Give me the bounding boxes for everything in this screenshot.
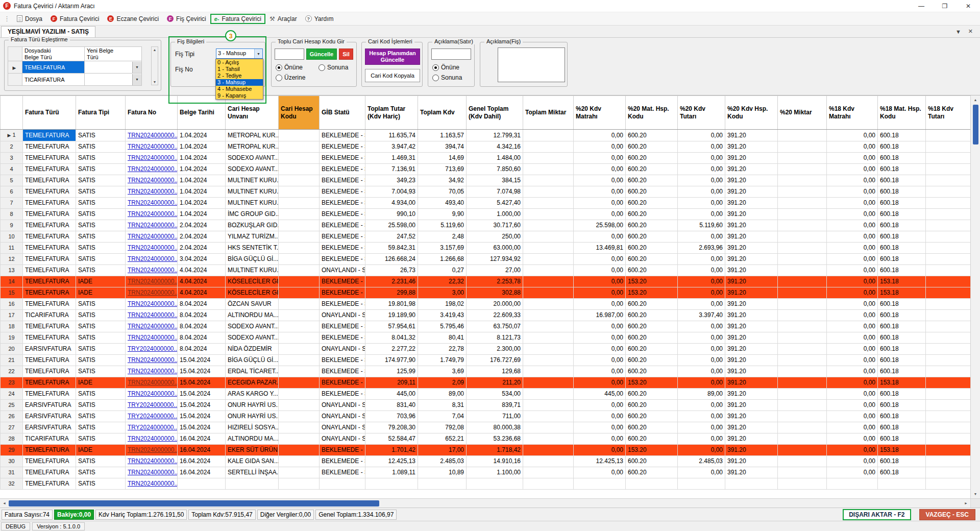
aciklama-satir-input[interactable] xyxy=(431,49,471,60)
row-selector[interactable]: 30 xyxy=(1,456,23,467)
ft-row-marker[interactable] xyxy=(8,74,22,86)
row-selector[interactable]: 27 xyxy=(1,422,23,433)
radio-uzerine[interactable]: Üzerine xyxy=(276,74,305,81)
menu-item-0[interactable]: Dosya xyxy=(13,14,46,24)
invoice-no-link[interactable]: TRN2024000000... xyxy=(128,300,178,307)
row-selector[interactable]: ▶1 xyxy=(1,130,23,141)
fis-tipi-combo[interactable]: 3 - Mahsup ▼ xyxy=(216,49,263,59)
row-selector[interactable]: 21 xyxy=(1,355,23,366)
cell-fatura-no[interactable]: TRN2024000000... xyxy=(126,355,178,366)
col-header-row-selector[interactable] xyxy=(1,96,23,130)
invoice-no-link[interactable]: TRN2024000000... xyxy=(128,390,178,397)
menu-item-3[interactable]: FFiş Çevirici xyxy=(163,14,210,24)
invoice-no-link[interactable]: TRN2024000000... xyxy=(128,132,178,139)
cell-fatura-no[interactable]: TRN2024000000... xyxy=(126,467,178,478)
tab-list-caret-icon[interactable]: ▼ xyxy=(955,29,961,35)
row-selector[interactable]: 24 xyxy=(1,389,23,400)
row-selector[interactable]: 7 xyxy=(1,198,23,209)
vertical-scrollbar[interactable]: ▲ ▼ xyxy=(970,95,980,498)
cell-fatura-no[interactable]: TRN2024000000... xyxy=(126,276,178,287)
invoice-no-link[interactable]: TRN2024000000... xyxy=(128,233,178,240)
row-selector[interactable]: 23 xyxy=(1,377,23,389)
aciklama-fis-textarea[interactable] xyxy=(498,47,565,82)
ft-scrollbar[interactable]: ▲ ▼ xyxy=(151,46,158,85)
row-selector[interactable]: 18 xyxy=(1,321,23,332)
invoice-no-link[interactable]: TRN2024000000... xyxy=(128,356,178,364)
menu-item-4[interactable]: e-Fatura Çevirici xyxy=(210,14,265,24)
col-header-fatura-turu[interactable]: Fatura Türü xyxy=(23,96,76,130)
menu-item-2[interactable]: EEczane Çevirici xyxy=(103,14,163,24)
row-selector[interactable]: 28 xyxy=(1,433,23,445)
row-selector[interactable]: 11 xyxy=(1,243,23,254)
col-header-kdv20-hsp-kodu[interactable]: %20 Kdv Hsp. Kodu xyxy=(725,96,778,130)
invoice-no-link[interactable]: TRN2024000000... xyxy=(128,255,178,262)
cell-fatura-no[interactable]: TRY2024000000... xyxy=(126,344,178,355)
cell-fatura-no[interactable]: TRN2024000000... xyxy=(126,366,178,377)
col-header-toplam-miktar[interactable]: Toplam Miktar xyxy=(523,96,574,130)
ft-new-type-combo-2[interactable]: ▼ xyxy=(85,74,142,86)
col-header-cari-hesap-unvani[interactable]: Cari Hesap Unvanı xyxy=(226,96,279,130)
sil-button[interactable]: Sil xyxy=(339,49,353,60)
invoice-no-link[interactable]: TRN2024000000... xyxy=(128,222,178,229)
invoice-no-link[interactable]: TRN2024000000... xyxy=(128,165,178,173)
maximize-button[interactable]: ❐ xyxy=(933,0,957,12)
invoice-no-link[interactable]: TRN2024000000... xyxy=(128,267,178,274)
row-selector[interactable]: 5 xyxy=(1,175,23,186)
col-header-kdv20-matrahi[interactable]: %20 Kdv Matrahı xyxy=(574,96,626,130)
col-header-cari-hesap-kodu[interactable]: Cari Hesap Kodu xyxy=(279,96,320,130)
invoice-no-link[interactable]: TRN2024000000... xyxy=(128,435,178,442)
col-header-gib-statu[interactable]: GİB Statü xyxy=(320,96,365,130)
row-selector[interactable]: 19 xyxy=(1,332,23,344)
invoice-no-link[interactable]: TRY2024000000... xyxy=(128,413,178,420)
row-selector[interactable]: 4 xyxy=(1,164,23,175)
minimize-button[interactable]: — xyxy=(910,0,933,12)
col-header-fatura-tipi[interactable]: Fatura Tipi xyxy=(76,96,126,130)
cell-fatura-no[interactable]: TRN2024000000... xyxy=(126,321,178,332)
cell-fatura-no[interactable]: TRY2024000000... xyxy=(126,422,178,433)
radio-onune-satir[interactable]: Önüne xyxy=(432,64,459,71)
cell-fatura-no[interactable]: TRN2024000000... xyxy=(126,254,178,265)
cell-fatura-no[interactable]: TRN2024000000... xyxy=(126,456,178,467)
invoice-no-link[interactable]: TRY2024000000... xyxy=(128,345,178,352)
vertical-scroll-thumb[interactable] xyxy=(973,105,978,144)
cell-fatura-no[interactable]: TRY2024000000... xyxy=(126,411,178,422)
row-selector[interactable]: 22 xyxy=(1,366,23,377)
radio-sonuna[interactable]: Sonuna xyxy=(318,64,348,71)
row-selector[interactable]: 13 xyxy=(1,265,23,276)
col-header-fatura-no[interactable]: Fatura No xyxy=(126,96,178,130)
col-header-mat20-hsp-kodu[interactable]: %20 Mat. Hsp. Kodu xyxy=(626,96,678,130)
row-selector[interactable]: 20 xyxy=(1,344,23,355)
col-header-toplam-tutar-kdv-haric[interactable]: Toplam Tutar (Kdv Hariç) xyxy=(365,96,418,130)
row-selector[interactable]: 6 xyxy=(1,186,23,198)
col-header-belge-tarihi[interactable]: Belge Tarihi xyxy=(178,96,226,130)
invoice-no-link[interactable]: TRN2024000000... xyxy=(128,469,178,476)
cell-fatura-no[interactable]: TRN2024000000... xyxy=(126,198,178,209)
cell-fatura-no[interactable]: TRN2024000000... xyxy=(126,332,178,344)
ft-row-marker[interactable]: ▶ xyxy=(8,61,22,74)
col-header-genel-toplam-kdv-dahil[interactable]: Genel Toplam (Kdv Dahil) xyxy=(467,96,523,130)
col-header-toplam-kdv[interactable]: Toplam Kdv xyxy=(418,96,467,130)
disari-aktar-button[interactable]: DIŞARI AKTAR - F2 xyxy=(843,509,911,520)
invoice-no-link[interactable]: TRN2024000000... xyxy=(128,289,178,296)
cell-fatura-no[interactable]: TRN2024000000... xyxy=(126,175,178,186)
dropdown-option[interactable]: 0 - Açılış xyxy=(216,59,263,66)
invoice-no-link[interactable]: TRN2024000000... xyxy=(128,188,178,195)
cari-kod-kopyala-button[interactable]: Cari Kod Kopyala xyxy=(365,69,420,82)
row-selector[interactable]: 2 xyxy=(1,141,23,153)
invoice-no-link[interactable]: TRN2024000000... xyxy=(128,199,178,206)
cell-fatura-no[interactable]: TRN2024000000... xyxy=(126,220,178,231)
row-selector[interactable]: 15 xyxy=(1,287,23,299)
col-header-kdv20-tutari[interactable]: %20 Kdv Tutarı xyxy=(678,96,725,130)
cell-fatura-no[interactable]: TRN2024000000... xyxy=(126,209,178,220)
row-selector[interactable]: 16 xyxy=(1,299,23,310)
menu-item-5[interactable]: ⚒Araçlar xyxy=(265,14,301,24)
cell-fatura-no[interactable]: TRN2024000000... xyxy=(126,389,178,400)
cell-fatura-no[interactable]: TRN2024000000... xyxy=(126,141,178,153)
cell-fatura-no[interactable]: TRN2024000000... xyxy=(126,231,178,243)
cell-fatura-no[interactable]: TRN2024000000... xyxy=(126,243,178,254)
ft-row-ticarifatura[interactable]: TICARIFATURA xyxy=(22,74,85,86)
row-selector[interactable]: 10 xyxy=(1,231,23,243)
invoice-no-link[interactable]: TRN2024000000... xyxy=(128,334,178,341)
invoice-no-link[interactable]: TRN2024000000... xyxy=(128,379,178,386)
cell-fatura-no[interactable]: TRN2024000000... xyxy=(126,433,178,445)
